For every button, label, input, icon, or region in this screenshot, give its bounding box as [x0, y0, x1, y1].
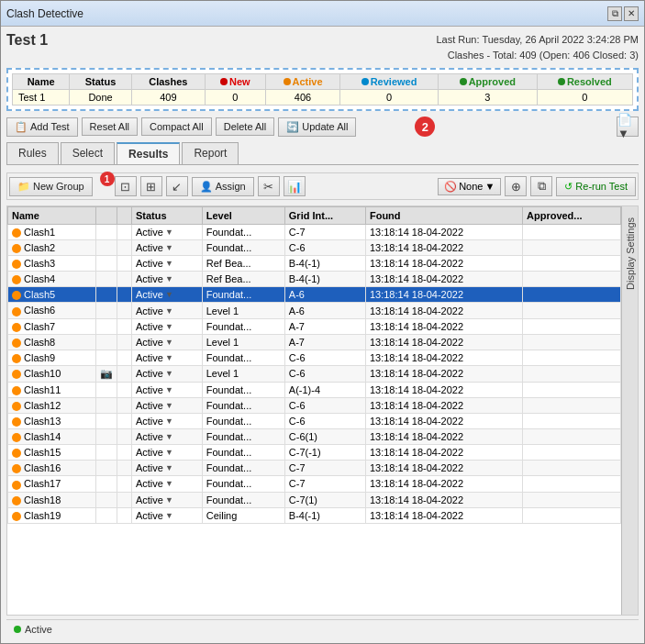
cell-approved — [523, 287, 621, 303]
export-button[interactable]: 📄▼ — [617, 117, 639, 137]
table-row[interactable]: Clash5Active ▼Foundat...A-613:18:14 18-0… — [8, 287, 621, 303]
icon-btn-1[interactable]: ⊡ — [115, 176, 137, 196]
cell-grid: A-6 — [284, 287, 365, 303]
status-dropdown[interactable]: Active ▼ — [136, 352, 198, 363]
table-row[interactable]: Clash8Active ▼Level 1A-713:18:14 18-04-2… — [8, 334, 621, 350]
compact-all-button[interactable]: Compact All — [141, 117, 212, 136]
status-dropdown[interactable]: Active ▼ — [136, 510, 198, 521]
cell-name: Clash16 — [8, 461, 96, 476]
cell-flag — [117, 256, 131, 272]
active-dot — [14, 626, 21, 633]
close-button[interactable]: ✕ — [624, 6, 639, 21]
table-row[interactable]: Clash3Active ▼Ref Bea...B-4(-1)13:18:14 … — [8, 256, 621, 272]
clash-dot — [12, 354, 21, 363]
cell-status: Active ▼ — [131, 461, 202, 476]
rerun-test-button[interactable]: ↺ Re-run Test — [556, 177, 636, 196]
status-dropdown[interactable]: Active ▼ — [136, 416, 198, 427]
table-row[interactable]: Clash16Active ▼Foundat...C-713:18:14 18-… — [8, 461, 621, 476]
clash-dot — [12, 275, 21, 284]
status-dropdown[interactable]: Active ▼ — [136, 462, 198, 473]
tab-results[interactable]: Results — [117, 142, 180, 164]
none-dropdown[interactable]: 🚫 None ▼ — [438, 178, 501, 195]
icon-btn-5[interactable]: 📊 — [284, 176, 306, 196]
cell-flag — [117, 318, 131, 334]
cell-level: Level 1 — [202, 303, 284, 318]
icon-btn-2[interactable]: ⊞ — [140, 176, 162, 196]
icon-btn-6[interactable]: ⊕ — [505, 176, 527, 196]
status-dropdown[interactable]: Active ▼ — [136, 368, 198, 379]
status-dropdown[interactable]: Active ▼ — [136, 384, 198, 395]
cell-found: 13:18:14 18-04-2022 — [365, 365, 522, 382]
cell-approved — [523, 240, 621, 256]
status-dropdown[interactable]: Active ▼ — [136, 400, 198, 411]
cell-grid: A-6 — [284, 303, 365, 318]
cell-camera — [95, 225, 117, 240]
summary-row[interactable]: Test 1 Done 409 0 406 0 3 0 — [13, 90, 633, 105]
status-dropdown[interactable]: Active ▼ — [136, 289, 198, 300]
status-text: Active — [136, 337, 163, 348]
add-test-button[interactable]: 📋 Add Test — [6, 117, 78, 137]
table-row[interactable]: Clash18Active ▼Foundat...C-7(1)13:18:14 … — [8, 492, 621, 507]
icon-btn-3[interactable]: ↙ — [166, 176, 188, 196]
table-row[interactable]: Clash7Active ▼Foundat...A-713:18:14 18-0… — [8, 318, 621, 334]
table-row[interactable]: Clash2Active ▼Foundat...C-613:18:14 18-0… — [8, 240, 621, 256]
cell-approved — [523, 445, 621, 461]
cell-flag — [117, 240, 131, 256]
status-dropdown[interactable]: Active ▼ — [136, 494, 198, 505]
table-row[interactable]: Clash4Active ▼Ref Bea...B-4(-1)13:18:14 … — [8, 272, 621, 287]
table-row[interactable]: Clash12Active ▼Foundat...C-613:18:14 18-… — [8, 397, 621, 413]
table-row[interactable]: Clash15Active ▼Foundat...C-7(-1)13:18:14… — [8, 445, 621, 461]
table-row[interactable]: Clash13Active ▼Foundat...C-613:18:14 18-… — [8, 414, 621, 429]
icon-btn-7[interactable]: ⧉ — [530, 176, 552, 196]
reset-all-button[interactable]: Reset All — [82, 117, 138, 136]
status-text: Active — [136, 510, 163, 521]
cell-status: Active ▼ — [131, 492, 202, 507]
tab-rules[interactable]: Rules — [6, 142, 59, 164]
table-row[interactable]: Clash1Active ▼Foundat...C-713:18:14 18-0… — [8, 225, 621, 240]
status-dropdown[interactable]: Active ▼ — [136, 242, 198, 253]
table-row[interactable]: Clash17Active ▼Foundat...C-713:18:14 18-… — [8, 476, 621, 492]
status-dropdown[interactable]: Active ▼ — [136, 431, 198, 442]
status-dropdown[interactable]: Active ▼ — [136, 447, 198, 458]
table-row[interactable]: Clash19Active ▼CeilingB-4(-1)13:18:14 18… — [8, 507, 621, 523]
cell-found: 13:18:14 18-04-2022 — [365, 476, 522, 492]
cell-flag — [117, 445, 131, 461]
table-row[interactable]: Clash6Active ▼Level 1A-613:18:14 18-04-2… — [8, 303, 621, 318]
status-text: Active — [136, 305, 163, 316]
status-dropdown[interactable]: Active ▼ — [136, 273, 198, 284]
cell-level: Foundat... — [202, 382, 284, 397]
cell-approved — [523, 492, 621, 507]
assign-button[interactable]: 👤 Assign — [192, 177, 254, 196]
summary-row-resolved: 0 — [537, 90, 632, 105]
tab-select[interactable]: Select — [61, 142, 115, 164]
status-arrow: ▼ — [165, 353, 173, 362]
status-dropdown[interactable]: Active ▼ — [136, 321, 198, 332]
table-row[interactable]: Clash11Active ▼Foundat...A(-1)-413:18:14… — [8, 382, 621, 397]
clash-dot — [12, 370, 21, 379]
results-table-container[interactable]: Name Status Level Grid Int... Found Appr… — [7, 206, 621, 615]
status-dropdown[interactable]: Active ▼ — [136, 478, 198, 489]
status-dropdown[interactable]: Active ▼ — [136, 227, 198, 238]
table-row[interactable]: Clash14Active ▼Foundat...C-6(1)13:18:14 … — [8, 429, 621, 445]
table-row[interactable]: Clash9Active ▼Foundat...C-613:18:14 18-0… — [8, 350, 621, 365]
status-dropdown[interactable]: Active ▼ — [136, 337, 198, 348]
display-settings-label[interactable]: Display Settings — [625, 217, 636, 290]
status-text: Active — [136, 227, 163, 238]
update-all-button[interactable]: 🔄 Update All — [278, 117, 356, 137]
cell-grid: C-6 — [284, 350, 365, 365]
restore-button[interactable]: ⧉ — [607, 6, 622, 21]
status-dropdown[interactable]: Active ▼ — [136, 258, 198, 269]
summary-row-new: 0 — [205, 90, 265, 105]
status-dropdown[interactable]: Active ▼ — [136, 305, 198, 316]
status-arrow: ▼ — [165, 338, 173, 347]
cell-camera — [95, 287, 117, 303]
table-row[interactable]: Clash10📷Active ▼Level 1C-613:18:14 18-04… — [8, 365, 621, 382]
cell-camera — [95, 429, 117, 445]
tab-report[interactable]: Report — [182, 142, 239, 164]
cell-level: Foundat... — [202, 429, 284, 445]
delete-all-button[interactable]: Delete All — [216, 117, 274, 136]
clash-dot — [12, 433, 21, 442]
cell-grid: A(-1)-4 — [284, 382, 365, 397]
new-group-button[interactable]: 📁 New Group — [9, 177, 93, 196]
icon-btn-4[interactable]: ✂ — [258, 176, 280, 196]
